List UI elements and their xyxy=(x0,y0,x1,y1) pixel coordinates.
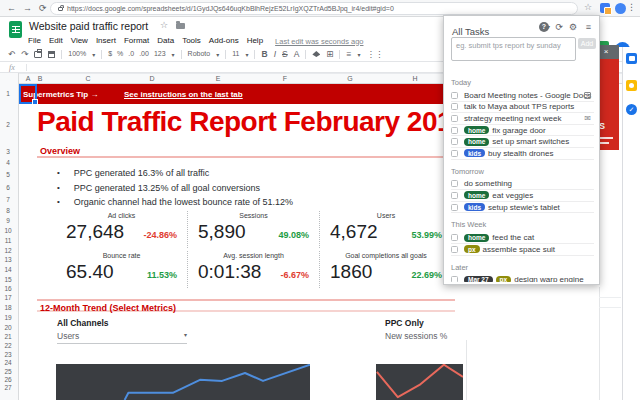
add-task-button[interactable]: Add xyxy=(578,38,596,49)
menu-format[interactable]: Format xyxy=(124,36,149,46)
settings-gear-icon[interactable]: ⚙ xyxy=(569,22,577,32)
row-header-12[interactable]: 12 xyxy=(0,247,16,254)
task-checkbox[interactable] xyxy=(451,150,458,157)
task-row[interactable]: pxassemble space suit xyxy=(451,244,594,256)
task-checkbox[interactable] xyxy=(451,127,458,134)
row-header-16[interactable]: 16 xyxy=(0,285,16,292)
format-00-button[interactable]: .00 xyxy=(139,47,149,61)
horizontal-align-button[interactable]: ≡ xyxy=(346,47,351,61)
bookmark-star-icon[interactable]: ☆ xyxy=(584,2,592,12)
metric-dropdown-right[interactable]: New sessions % xyxy=(385,331,465,341)
back-icon[interactable]: ← xyxy=(7,0,16,17)
trend-chart-all-channels[interactable] xyxy=(56,364,310,400)
row-header-3[interactable]: 3 xyxy=(0,148,16,155)
new-task-input[interactable] xyxy=(451,37,576,61)
task-row[interactable]: homefeed the cat xyxy=(451,232,594,244)
paint-format-icon[interactable] xyxy=(48,51,55,58)
menu-help[interactable]: Help xyxy=(247,36,263,46)
row-header-25[interactable]: 25 xyxy=(0,368,16,375)
column-header-A[interactable]: A xyxy=(26,75,31,82)
tasks-icon[interactable]: ✓ xyxy=(626,104,637,115)
row-header-13[interactable]: 13 xyxy=(0,256,16,263)
row-header-14[interactable]: 14 xyxy=(0,266,16,273)
url-text[interactable]: https://docs.google.com/spreadsheets/d/1… xyxy=(67,5,394,12)
star-document-icon[interactable]: ☆ xyxy=(160,20,168,30)
document-title[interactable]: Website paid traffic report xyxy=(29,20,148,32)
extension-icon[interactable] xyxy=(600,3,610,13)
print-icon[interactable] xyxy=(34,51,42,58)
banner-instructions-link[interactable]: See instructions on the last tab xyxy=(124,90,243,99)
task-row[interactable]: kidsbuy stealth drones xyxy=(451,148,594,160)
format--button[interactable]: $ xyxy=(108,47,112,61)
selected-cell-a1[interactable] xyxy=(19,84,37,104)
row-header-20[interactable]: 20 xyxy=(0,324,16,331)
task-checkbox[interactable] xyxy=(451,192,458,199)
row-header-1[interactable]: 1 xyxy=(0,90,16,97)
fill-color-button[interactable] xyxy=(312,51,320,57)
task-row[interactable]: homefix garage door xyxy=(451,125,594,137)
task-checkbox[interactable] xyxy=(451,234,458,241)
menu-tools[interactable]: Tools xyxy=(182,36,201,46)
menu-edit[interactable]: Edit xyxy=(49,36,63,46)
menu-insert[interactable]: Insert xyxy=(96,36,116,46)
menu-view[interactable]: View xyxy=(71,36,88,46)
task-row[interactable]: do something xyxy=(451,179,594,191)
task-checkbox[interactable] xyxy=(451,92,458,99)
calendar-icon[interactable] xyxy=(626,53,637,64)
menu-file[interactable]: File xyxy=(28,36,41,46)
row-header-21[interactable]: 21 xyxy=(0,333,16,340)
menu-data[interactable]: Data xyxy=(157,36,174,46)
sheets-logo-icon[interactable] xyxy=(9,21,22,38)
row-header-5[interactable]: 5 xyxy=(0,171,16,178)
row-header-23[interactable]: 23 xyxy=(0,351,16,358)
format--button[interactable]: % xyxy=(117,47,123,61)
borders-button[interactable]: ⊞ xyxy=(326,47,333,61)
font-select[interactable]: Roboto xyxy=(188,47,211,61)
row-header-27[interactable]: 27 xyxy=(0,384,16,391)
zoom-select[interactable]: 100% xyxy=(68,47,86,61)
task-row[interactable]: homeset up smart switches xyxy=(451,136,594,148)
row-header-11[interactable]: 11 xyxy=(0,237,16,244)
row-header-17[interactable]: 17 xyxy=(0,294,16,301)
format-123-button[interactable]: 123 xyxy=(154,47,166,61)
task-checkbox[interactable] xyxy=(451,115,458,122)
bold-button[interactable]: B xyxy=(261,47,267,61)
undo-icon[interactable]: ↶ xyxy=(8,47,15,61)
task-row[interactable]: Board Meeting notes - Google Docs+ xyxy=(451,90,594,102)
column-header-C[interactable]: C xyxy=(85,75,90,82)
select-all-corner[interactable] xyxy=(0,73,19,84)
format-0-button[interactable]: .0 xyxy=(128,47,134,61)
last-edit-link[interactable]: Last edit was seconds ago xyxy=(275,36,363,46)
refresh-icon[interactable]: ⟳ xyxy=(555,22,563,32)
task-filter-dropdown[interactable]: All Tasks xyxy=(452,26,489,37)
task-checkbox[interactable] xyxy=(451,138,458,145)
task-checkbox[interactable] xyxy=(451,103,458,110)
browser-menu-icon[interactable]: ⋮ xyxy=(627,2,636,12)
column-header-E[interactable]: E xyxy=(216,75,221,82)
keep-icon[interactable] xyxy=(626,80,637,91)
row-header-24[interactable]: 24 xyxy=(0,359,16,366)
help-icon[interactable]: ? xyxy=(539,22,549,32)
task-row[interactable]: Mar 27pxdesign warp engine xyxy=(451,275,594,282)
column-header-D[interactable]: D xyxy=(149,75,154,82)
text-color-button[interactable]: A xyxy=(294,47,300,61)
row-header-7[interactable]: 7 xyxy=(0,196,16,203)
row-header-15[interactable]: 15 xyxy=(0,276,16,283)
add-to-doc-icon[interactable]: + xyxy=(584,92,591,99)
mail-icon[interactable]: ✉ xyxy=(584,114,591,123)
task-checkbox[interactable] xyxy=(451,180,458,187)
row-header-19[interactable]: 19 xyxy=(0,314,16,321)
trend-chart-ppc-only[interactable] xyxy=(376,364,463,400)
row-header-2[interactable]: 2 xyxy=(0,121,16,128)
task-checkbox[interactable] xyxy=(451,276,458,282)
task-row[interactable]: strategy meeting next week✉ xyxy=(451,113,594,125)
column-header-B[interactable]: B xyxy=(38,75,43,82)
reload-icon[interactable]: ⟳ xyxy=(39,0,47,17)
redo-icon[interactable]: ↷ xyxy=(21,47,28,61)
row-header-10[interactable]: 10 xyxy=(0,227,16,234)
row-header-4[interactable]: 4 xyxy=(0,159,16,166)
column-header-F[interactable]: F xyxy=(283,75,287,82)
row-header-6[interactable]: 6 xyxy=(0,184,16,191)
task-checkbox[interactable] xyxy=(451,246,458,253)
italic-button[interactable]: I xyxy=(274,47,276,61)
